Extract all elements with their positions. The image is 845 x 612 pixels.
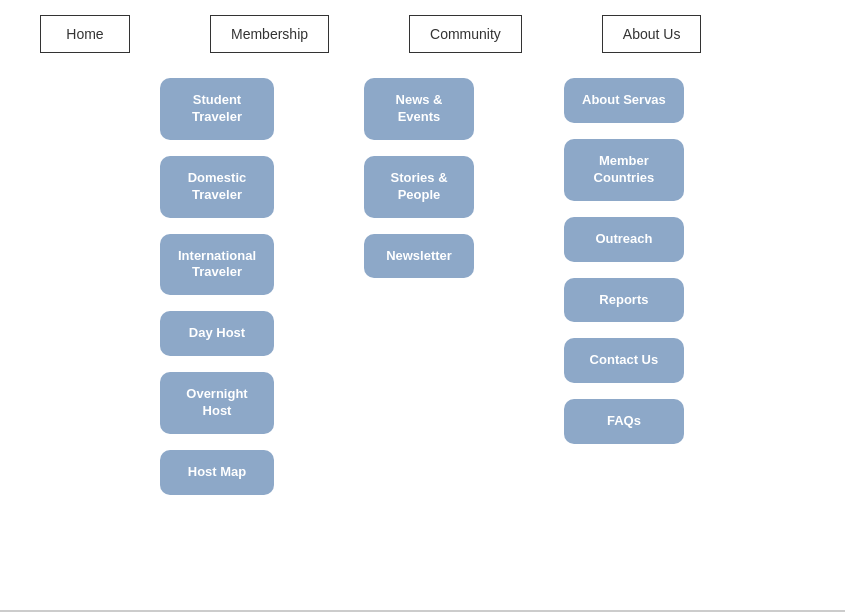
- mega-menu: StudentTraveler DomesticTraveler Interna…: [0, 68, 845, 515]
- about-column: About Servas MemberCountries Outreach Re…: [564, 78, 684, 495]
- btn-student-traveler[interactable]: StudentTraveler: [160, 78, 274, 140]
- btn-newsletter[interactable]: Newsletter: [364, 234, 474, 279]
- btn-host-map[interactable]: Host Map: [160, 450, 274, 495]
- btn-faqs[interactable]: FAQs: [564, 399, 684, 444]
- nav-bar: Home Membership Community About Us: [0, 0, 845, 68]
- nav-community[interactable]: Community: [409, 15, 522, 53]
- btn-reports[interactable]: Reports: [564, 278, 684, 323]
- btn-outreach[interactable]: Outreach: [564, 217, 684, 262]
- nav-about-us[interactable]: About Us: [602, 15, 702, 53]
- nav-home[interactable]: Home: [40, 15, 130, 53]
- btn-contact-us[interactable]: Contact Us: [564, 338, 684, 383]
- btn-overnight-host[interactable]: OvernightHost: [160, 372, 274, 434]
- btn-member-countries[interactable]: MemberCountries: [564, 139, 684, 201]
- btn-about-servas[interactable]: About Servas: [564, 78, 684, 123]
- btn-day-host[interactable]: Day Host: [160, 311, 274, 356]
- btn-news-events[interactable]: News &Events: [364, 78, 474, 140]
- btn-international-traveler[interactable]: InternationalTraveler: [160, 234, 274, 296]
- btn-domestic-traveler[interactable]: DomesticTraveler: [160, 156, 274, 218]
- btn-stories-people[interactable]: Stories &People: [364, 156, 474, 218]
- membership-column: StudentTraveler DomesticTraveler Interna…: [160, 78, 274, 495]
- nav-membership[interactable]: Membership: [210, 15, 329, 53]
- community-column: News &Events Stories &People Newsletter: [364, 78, 474, 495]
